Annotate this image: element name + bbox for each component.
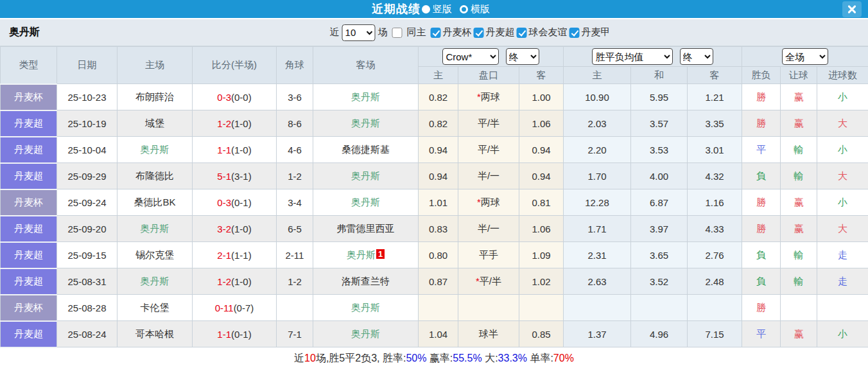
handicap-result: 赢 [781,189,817,216]
score-cell: 5-1(3-1) [193,163,277,189]
away-team-cell: 奥丹斯 [313,84,419,110]
sub-header-result: 胜负 [742,67,781,84]
home-team-cell: 卡伦堡 [117,295,193,321]
asia-home-odds: 0.94 [419,137,458,163]
half-time-score: (1-0) [231,223,252,234]
win-loss-result: 勝 [742,295,781,321]
handicap-result: 輸 [781,242,817,268]
asia-home-odds: 0.83 [419,216,458,242]
view-radio-horizontal[interactable] [460,5,468,13]
asia-handicap-line: *平/半 [458,268,519,295]
team-name: 锡尔克堡 [135,249,174,260]
view-radio-vertical[interactable] [422,5,430,13]
team-name: 域堡 [145,118,164,128]
col-header-away: 客场 [313,47,419,84]
half-time-score: (0-1) [231,197,252,208]
close-icon[interactable] [842,1,862,17]
view-radio-vertical-label[interactable]: 竖版 [433,3,452,15]
league-checkbox-1[interactable] [474,28,484,38]
table-row: 丹麦超25-08-24哥本哈根1-1(0-1)7-1奥丹斯1.04球半0.851… [1,321,868,347]
handicap-result [781,295,817,321]
red-card-badge: 1 [376,249,385,259]
asia-away-odds: 1.02 [519,268,564,295]
league-type-badge: 丹麦超 [1,242,57,268]
euro-draw-odds: 3.53 [631,137,688,163]
win-loss-result: 勝 [742,216,781,242]
summary-segment: 50% [406,353,426,364]
bookmaker-select[interactable]: Crow* [442,48,499,65]
full-time-score: 1-2 [217,276,231,287]
goals-result: 小 [817,84,868,110]
team-name: 奥丹斯 [141,276,169,286]
home-team-cell: 奥丹斯 [117,268,193,295]
table-row: 丹麦超25-09-15锡尔克堡2-1(1-1)2-11奥丹斯10.80平手1.0… [1,242,868,268]
euro-home-odds: 2.20 [564,137,631,163]
full-time-score: 2-1 [217,250,231,261]
asia-home-odds: 1.04 [419,321,458,347]
asia-away-odds: 0.85 [519,321,564,347]
team-name: 奥丹斯 [351,302,380,313]
asia-handicap-line [458,295,519,321]
asia-handicap-line: *两球 [458,84,519,110]
asia-handicap-line: 球半 [458,321,519,347]
half-time-score: (1-1) [231,250,252,261]
handicap-result: 輸 [781,268,817,295]
team-name: 布隆德比 [135,170,174,181]
euro-away-odds: 1.21 [688,84,742,110]
asia-away-odds [519,295,564,321]
summary-segment: 场,胜5平2负3, 胜率: [316,352,406,365]
sub-header-euro-away: 客 [688,67,742,84]
euro-home-odds: 2.31 [564,242,631,268]
league-checkbox-0[interactable] [431,28,441,38]
asia-home-odds: 0.82 [419,110,458,137]
scope-select[interactable]: 全场 [782,48,828,65]
win-loss-result: 負 [742,268,781,295]
europe-odds-controls: 胜平负均值 终 [564,47,742,67]
match-count-select[interactable]: 10 [342,24,376,41]
table-row: 丹麦超25-10-04奥丹斯1-1(1-0)4-6桑德捷斯基0.94平/半0.9… [1,137,868,163]
win-loss-result: 勝 [742,84,781,110]
asia-away-odds: 1.09 [519,242,564,268]
same-home-checkbox[interactable] [392,28,403,38]
win-loss-result: 負 [742,163,781,189]
away-team-cell: 弗雷德里西亚 [313,216,419,242]
league-type-badge: 丹麦超 [1,137,57,163]
score-cell: 0-3(0-1) [193,189,277,216]
col-header-home: 主场 [117,47,193,84]
sub-header-euro-draw: 和 [631,67,688,84]
sub-header-handicap-result: 让球 [781,67,817,84]
view-radio-horizontal-label[interactable]: 横版 [471,3,490,15]
league-checkbox-3[interactable] [569,28,580,38]
goals-result: 大 [817,216,868,242]
corner-cell: 1-2 [277,268,313,295]
score-cell: 0-11(0-7) [193,295,277,321]
league-type-badge: 丹麦杯 [1,84,57,110]
league-checkbox-2[interactable] [517,28,527,38]
goals-result: 小 [817,189,868,216]
team-name: 桑德比BK [134,197,175,207]
away-team-cell: 洛斯查兰特 [313,268,419,295]
euro-draw-odds: 4.96 [631,321,688,347]
col-header-score: 比分(半场) [193,47,277,84]
corner-cell: 1-2 [277,163,313,189]
euro-away-odds: 1.16 [688,189,742,216]
half-time-score: (0-1) [231,329,252,340]
euro-draw-odds: 3.57 [631,110,688,137]
sub-header-euro-home: 主 [564,67,631,84]
europe-state-select[interactable]: 终 [680,48,713,65]
team-name: 弗雷德里西亚 [337,223,395,234]
summary-segment: 33.3% [498,353,527,364]
home-team-cell: 哥本哈根 [117,321,193,347]
summary-segment: 大: [482,352,498,365]
asia-away-odds: 0.94 [519,137,564,163]
handicap-result: 赢 [781,110,817,137]
win-loss-result: 勝 [742,189,781,216]
sub-header-asia-away: 客 [519,67,564,84]
away-team-cell: 奥丹斯 [313,295,419,321]
league-type-badge: 丹麦超 [1,216,57,242]
asia-handicap-line: *两球 [458,189,519,216]
asia-state-select[interactable]: 终 [506,48,539,65]
goals-result: 走 [817,242,868,268]
team-name: 桑德捷斯基 [342,144,390,155]
europe-odds-select[interactable]: 胜平负均值 [592,48,673,65]
